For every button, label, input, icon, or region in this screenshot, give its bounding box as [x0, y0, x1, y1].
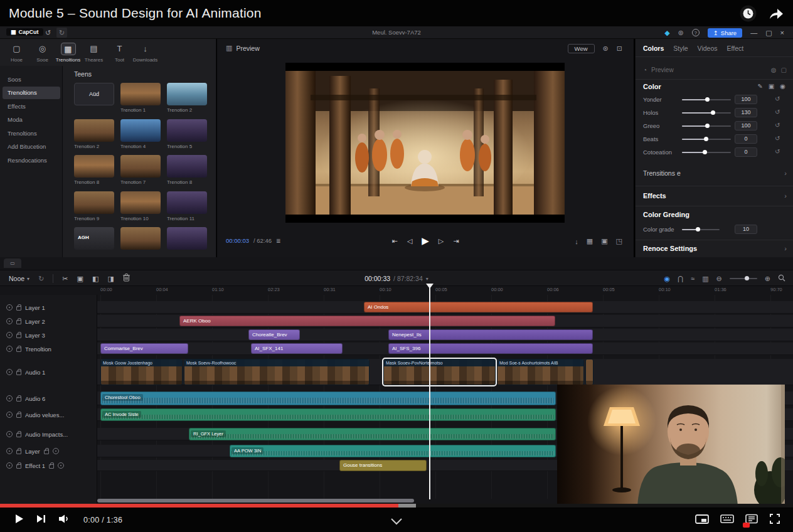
proportion-icon[interactable]: ▣ [601, 237, 607, 245]
slider-track[interactable] [682, 139, 731, 140]
transition-thumb[interactable] [120, 83, 161, 105]
lock-icon[interactable] [49, 464, 54, 469]
transitions-row[interactable]: Trensitions e [643, 169, 681, 177]
track-header[interactable]: Audio 1 [0, 359, 97, 385]
timeline-clip[interactable]: AI Ondos [364, 302, 593, 312]
keyboard-icon[interactable] [720, 514, 734, 526]
zoom-slider[interactable] [730, 278, 757, 279]
tab-transitions[interactable]: ▦Trenoltions [55, 43, 81, 63]
reset-icon[interactable]: ↺ [775, 148, 780, 155]
slider-track[interactable] [682, 152, 731, 153]
video-clip[interactable]: Mosk Goow Joostenhago [100, 359, 183, 385]
video-clip[interactable]: Mosk Soevv-Roofhowooc [184, 359, 370, 385]
chevron-right-icon[interactable]: › [784, 192, 787, 200]
timeline-scrollbar[interactable] [97, 499, 414, 503]
category-item[interactable]: Trenoltions [3, 127, 60, 140]
video-clip[interactable] [585, 359, 593, 385]
audio-clip[interactable]: RI_GFX Leyer [189, 428, 556, 440]
lock-icon[interactable] [16, 334, 21, 338]
track-header[interactable]: Layer 2 [0, 315, 97, 327]
track-header[interactable]: Audio Impacts... [0, 428, 97, 440]
player-play-icon[interactable] [15, 514, 24, 526]
tab-themes[interactable]: ▤Theares [81, 43, 107, 63]
fullscreen-icon[interactable]: ◳ [616, 237, 622, 245]
minimize-button[interactable]: — [750, 29, 757, 36]
track-header[interactable]: Effect 1 [0, 460, 97, 471]
category-item[interactable]: Add Bitucetion [3, 141, 60, 153]
timeline-clip[interactable]: AI_SFX_141 [251, 343, 343, 354]
reset-icon[interactable]: ↺ [775, 135, 780, 142]
prev-frame-icon[interactable]: ◁ [407, 237, 412, 245]
player-next-icon[interactable] [36, 514, 46, 526]
reset-icon[interactable]: ↺ [775, 95, 780, 102]
video-progress-bar[interactable] [0, 504, 793, 508]
lock-icon[interactable] [16, 464, 21, 469]
audio-clip[interactable]: Chorestool Oboo [100, 391, 556, 405]
visibility-icon[interactable] [6, 462, 13, 469]
tab-style[interactable]: Style [673, 45, 688, 52]
slider-track[interactable] [682, 229, 720, 230]
category-item[interactable]: Resndocations [3, 154, 60, 167]
visibility-icon[interactable] [6, 318, 13, 324]
pencil-icon[interactable]: ✎ [757, 83, 762, 90]
timeline-clip[interactable]: Commarlse_Brev [100, 343, 188, 354]
share-button[interactable]: ↥ Share [708, 28, 742, 38]
help-icon[interactable]: ? [692, 29, 700, 36]
track-header[interactable]: Layer 3 [0, 329, 97, 341]
tab-videos[interactable]: Videos [698, 45, 718, 52]
slider-value[interactable]: 100 [735, 121, 757, 130]
category-item[interactable]: Soos [3, 73, 60, 86]
transition-thumb[interactable]: AGH [74, 227, 114, 250]
tab-media[interactable]: ▢Hooe [4, 43, 29, 63]
timeline-clip[interactable]: AERK Oboo [179, 316, 555, 326]
player-chevron-down-icon[interactable] [389, 516, 404, 528]
zoom-in-icon[interactable]: ⊕ [765, 275, 770, 283]
transition-thumb[interactable] [74, 155, 114, 178]
effects-section-title[interactable]: Effects [643, 192, 666, 200]
timeline-clip[interactable]: Choreatle_Brev [248, 329, 300, 340]
magnet-icon[interactable]: ⋂ [678, 275, 683, 283]
transition-thumb[interactable] [74, 191, 114, 214]
tab-effect[interactable]: Effect [727, 45, 744, 52]
visibility-icon[interactable] [6, 304, 13, 311]
tab-colors[interactable]: Colors [643, 45, 664, 52]
visibility-icon[interactable] [6, 369, 13, 375]
theater-exit-icon[interactable] [769, 513, 780, 527]
visibility-icon[interactable] [53, 448, 59, 454]
slider-value[interactable]: 130 [735, 108, 757, 117]
lock-icon[interactable] [16, 348, 21, 352]
visibility-icon[interactable] [58, 462, 64, 469]
caret-down-icon[interactable]: ▾ [426, 276, 428, 282]
zoom-out-icon[interactable]: ⊖ [716, 275, 722, 283]
timeline-ruler[interactable]: 00:00 00:04 01:10 02:23 00:31 00:10 00:0… [0, 286, 793, 295]
lock-icon[interactable] [44, 450, 49, 454]
eye-icon[interactable]: ◉ [780, 83, 785, 90]
lock-icon[interactable] [16, 413, 21, 418]
chevron-right-icon[interactable]: › [784, 169, 787, 177]
lock-icon[interactable] [16, 306, 21, 311]
transition-thumb[interactable] [120, 191, 161, 214]
playhead[interactable] [429, 286, 430, 499]
slider-value[interactable]: 0 [735, 147, 757, 157]
view-mode-button[interactable]: Wew [568, 44, 595, 53]
export-frame-icon[interactable]: ↓ [575, 238, 578, 245]
transition-thumb[interactable] [74, 119, 114, 142]
transition-thumb[interactable] [167, 227, 207, 250]
visibility-icon[interactable] [6, 412, 13, 418]
track-header[interactable]: Layer 1 [0, 301, 97, 314]
chevron-right-icon[interactable]: › [784, 245, 787, 252]
video-clip[interactable]: Mod Soe-s Aoohurtoimots AIB [497, 359, 584, 385]
lock-icon[interactable] [16, 397, 21, 402]
transition-thumb[interactable] [167, 155, 207, 178]
reset-icon[interactable]: ↺ [775, 109, 780, 115]
track-header[interactable]: Audio velues... [0, 408, 97, 421]
audio-clip[interactable]: AC Invode Siste [100, 408, 556, 421]
share-arrow-icon[interactable] [768, 7, 784, 23]
tab-downloads[interactable]: ↓Downloads [132, 43, 158, 63]
effect-clip[interactable]: Gouse transitions [339, 460, 427, 471]
add-transition-tile[interactable]: Aüd [74, 83, 114, 105]
transition-thumb[interactable] [167, 191, 207, 214]
lock-icon[interactable] [16, 371, 21, 375]
track-header[interactable]: Audio 6 [0, 391, 97, 405]
play-icon[interactable]: ▶ [422, 235, 429, 247]
